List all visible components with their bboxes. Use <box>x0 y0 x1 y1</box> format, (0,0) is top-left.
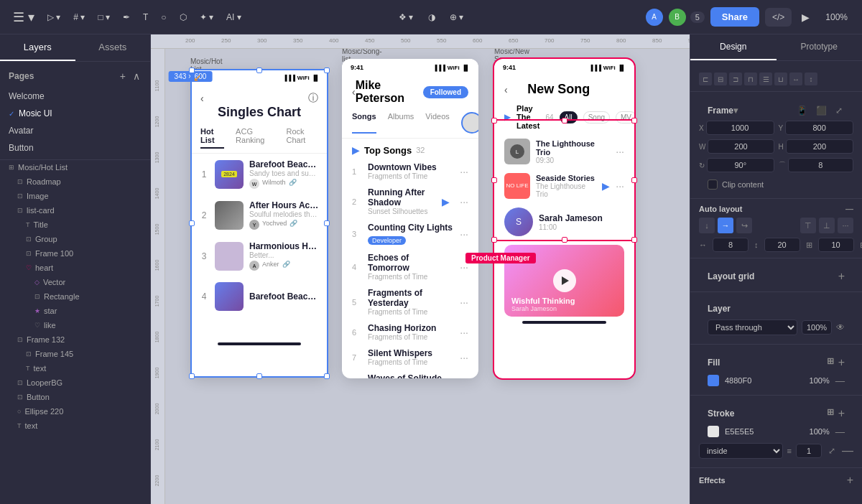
layer-vector[interactable]: ◇ Vector <box>0 275 150 289</box>
star-tool[interactable]: ✦ ▾ <box>195 9 218 25</box>
layer-mosic-hot-list[interactable]: ⊞ Mosic/Hot List <box>0 160 150 174</box>
mask-tool[interactable]: ◑ <box>424 9 440 25</box>
play-btn-small[interactable]: ▶ <box>504 112 511 122</box>
shape-tool[interactable]: □ ▾ <box>93 9 114 25</box>
sli-more-1[interactable]: ··· <box>460 166 468 177</box>
remove-fill-button[interactable]: — <box>835 375 845 386</box>
hot-list-song-4[interactable]: 4 Barefoot Beach Beats <box>190 276 328 317</box>
sli-more-3[interactable]: ··· <box>460 228 468 240</box>
code-button[interactable]: </> <box>765 8 792 27</box>
move-tool[interactable]: ▷ ▾ <box>43 9 65 25</box>
hot-list-song-1[interactable]: 1 2824 Barefoot Beach Beats Sandy toes a… <box>190 154 328 195</box>
w-input[interactable] <box>708 139 774 154</box>
align-dir-2[interactable]: ⊥ <box>819 218 835 233</box>
align-left[interactable]: ⊏ <box>699 73 712 85</box>
add-effect-button[interactable]: + <box>847 474 853 487</box>
tab-hot-list[interactable]: Hot List <box>200 127 224 149</box>
tab-songs[interactable]: Songs <box>352 112 376 134</box>
align-center-h[interactable]: ⊟ <box>714 73 727 85</box>
visibility-icon[interactable]: 👁 <box>836 322 845 332</box>
layer-roadmap[interactable]: ⊡ Roadmap <box>0 174 150 189</box>
align-dir-3[interactable]: ··· <box>838 218 853 233</box>
rotation-input[interactable] <box>707 158 774 172</box>
share-button[interactable]: Share <box>710 7 759 27</box>
layer-frame-132[interactable]: ⊡ Frame 132 <box>0 332 150 347</box>
hot-list-song-2[interactable]: 2 After Hours Acoustics Soulful melodies… <box>190 195 328 235</box>
spacing-h-input[interactable] <box>713 238 749 252</box>
align-right[interactable]: ⊐ <box>729 73 742 85</box>
tab-videos[interactable]: Videos <box>425 112 449 134</box>
polygon-tool[interactable]: ⬡ <box>175 9 191 25</box>
filter-mv[interactable]: MV <box>616 111 634 123</box>
layer-button[interactable]: ⊡ Button <box>0 390 150 404</box>
tab-albums[interactable]: Albums <box>388 112 414 134</box>
page-button[interactable]: Button <box>0 139 150 157</box>
collapse-pages-button[interactable]: ∧ <box>131 69 142 83</box>
frame-dropdown-arrow[interactable]: ▾ <box>733 106 738 116</box>
fill-grid-icon[interactable]: ⊞ <box>827 356 834 369</box>
distribute-v[interactable]: ↕ <box>805 73 817 85</box>
dir-wrap[interactable]: ↪ <box>736 218 752 233</box>
track-item-2[interactable]: NO LIFE Seaside Stories The Lighthouse T… <box>494 169 634 203</box>
canvas[interactable]: 200 250 300 350 400 450 500 550 600 650 … <box>151 34 690 504</box>
clip-checkbox[interactable] <box>708 179 718 190</box>
layer-ellipse-220[interactable]: ○ Ellipse 220 <box>0 404 150 419</box>
menu-button[interactable]: ☰ ▾ <box>9 6 39 28</box>
layer-image[interactable]: ⊡ Image <box>0 189 150 203</box>
hot-list-frame[interactable]: 9:41 ▐▐▐ WiFi ▐▌ ‹ ⓘ <box>190 69 328 378</box>
add-grid-button[interactable]: + <box>838 270 845 283</box>
followed-button[interactable]: Followed <box>423 86 468 98</box>
dir-down[interactable]: ↓ <box>699 218 715 233</box>
align-top[interactable]: ⊓ <box>744 73 757 85</box>
layer-looperbg[interactable]: ⊡ LooperBG <box>0 375 150 390</box>
track-play-icon-2[interactable]: ▶ <box>602 180 610 192</box>
tab-layers[interactable]: Layers <box>0 34 75 61</box>
hot-list-song-3[interactable]: 3 Harmonious Homework Helpers Better... … <box>190 235 328 276</box>
layer-text-2[interactable]: T text <box>0 419 150 433</box>
phone-icon[interactable]: 📱 <box>794 103 810 118</box>
song-list-item-3[interactable]: 3 Counting City Lights Developer ··· <box>342 219 478 249</box>
sli-more-2[interactable]: ··· <box>460 196 468 207</box>
layer-group[interactable]: ⊡ Group <box>0 232 150 246</box>
ai-tool[interactable]: AI ▾ <box>222 9 246 25</box>
component-tool[interactable]: ❖ ▾ <box>394 9 417 25</box>
track-item-1[interactable]: L The Lighthouse Trio 09:30 ··· <box>494 134 634 169</box>
song-list-frame[interactable]: 9:41 ▐▐▐ WiFi ▐▌ ‹ Mike Peterson Followe… <box>342 59 478 378</box>
auto-layout-remove[interactable]: — <box>845 205 853 213</box>
remove-stroke-row[interactable]: — <box>842 444 853 457</box>
canvas-content[interactable]: Mosic/Hot List 9:41 ▐▐▐ WiFi ▐▌ <box>165 49 690 504</box>
stroke-position-select[interactable]: inside <box>699 443 783 459</box>
filter-song[interactable]: Song <box>583 111 610 123</box>
frame-tool[interactable]: # ▾ <box>69 9 89 25</box>
song-list-item-4[interactable]: 4 Echoes of Tomorrow Fragments of Time ·… <box>342 249 478 284</box>
layer-frame-100[interactable]: ⊡ Frame 100 <box>0 246 150 261</box>
song-list-item-1[interactable]: 1 Downtown Vibes Fragments of Time ··· <box>342 159 478 184</box>
more-spacing-icon[interactable]: ⊞ <box>806 241 812 250</box>
page-avatar[interactable]: Avatar <box>0 122 150 139</box>
page-welcome[interactable]: Welcome <box>0 88 150 105</box>
video-play-circle[interactable] <box>553 269 576 292</box>
tab-prototype[interactable]: Prototype <box>777 34 863 60</box>
song-list-item-2[interactable]: 2 Running After Shadow Sunset Silhouette… <box>342 184 478 219</box>
text-tool[interactable]: T <box>139 9 152 25</box>
layer-rectangle[interactable]: ⊡ Rectangle <box>0 289 150 304</box>
sli-more-7[interactable]: ··· <box>460 352 468 363</box>
remove-stroke-button[interactable]: — <box>835 426 845 437</box>
sli-more-6[interactable]: ··· <box>460 327 468 338</box>
stroke-color-swatch[interactable] <box>708 426 719 437</box>
spacing-v-input[interactable] <box>764 238 800 252</box>
song-list-item-8[interactable]: 8 Waves of Solitude Whispers in the Wind… <box>342 370 478 378</box>
layer-text-1[interactable]: T text <box>0 361 150 375</box>
hot-list-back[interactable]: ‹ <box>200 93 204 104</box>
blend-mode-select[interactable]: Pass through <box>708 319 797 335</box>
stroke-style-icon[interactable]: ≡ <box>787 447 792 455</box>
pen-tool[interactable]: ✒ <box>119 9 134 25</box>
track-play-2[interactable]: ··· <box>616 180 624 192</box>
add-page-button[interactable]: + <box>119 69 127 83</box>
resize-icon[interactable]: ⤢ <box>833 103 845 118</box>
align-h-input[interactable] <box>818 238 854 252</box>
layer-like[interactable]: ♡ like <box>0 318 150 332</box>
radius-input[interactable] <box>788 158 854 172</box>
tablet-icon[interactable]: ⬛ <box>814 103 829 118</box>
stroke-grid-icon[interactable]: ⊞ <box>827 407 834 420</box>
